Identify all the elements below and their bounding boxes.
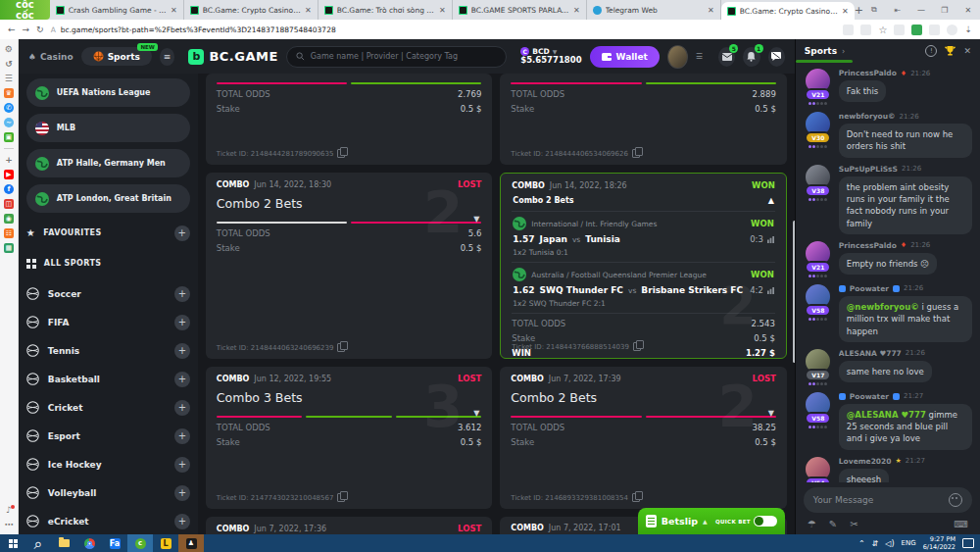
- add-sport-button[interactable]: +: [174, 400, 190, 416]
- account-menu-icon[interactable]: ☰: [696, 52, 703, 61]
- browser-tab[interactable]: Telegram Web✕: [587, 0, 721, 20]
- username[interactable]: PrincessPaldo: [839, 241, 897, 250]
- forward-button[interactable]: →: [23, 25, 30, 34]
- browser-tab[interactable]: BC.Game: Crypto Casino Gam✕: [184, 0, 318, 20]
- sidebar-item-all-sports[interactable]: ALL SPORTS: [26, 250, 190, 276]
- start-button[interactable]: [0, 534, 25, 552]
- history-icon[interactable]: ↺: [4, 59, 14, 69]
- username[interactable]: PrincessPaldo: [839, 69, 897, 77]
- bet-card[interactable]: COMBOJun 7, 2022, 17:39LOSTCombo 2 Bets2…: [500, 367, 787, 509]
- tab-close-icon[interactable]: ✕: [842, 7, 849, 16]
- tray-chevron-icon[interactable]: ⌃: [858, 539, 865, 548]
- bet-card[interactable]: COMBOJun 14, 2022, 18:30LOSTCombo 2 Bets…: [206, 173, 493, 359]
- scrollbar-thumb[interactable]: [793, 221, 795, 363]
- chevron-right-icon[interactable]: ›: [842, 47, 845, 56]
- back-button[interactable]: ←: [8, 25, 16, 34]
- emoji-icon[interactable]: [949, 493, 962, 507]
- file-explorer-icon[interactable]: [51, 534, 76, 552]
- add-sport-button[interactable]: +: [174, 457, 190, 473]
- action-center-icon[interactable]: [962, 538, 974, 548]
- stats-icon[interactable]: [767, 287, 774, 294]
- username[interactable]: Loveme2020: [839, 457, 892, 466]
- bell-strip-icon[interactable]: ♪: [4, 505, 14, 515]
- nav-casino[interactable]: ♠ Casino: [28, 52, 74, 62]
- browser-tab[interactable]: BC.Game: Trò chơi sòng bạc t✕: [318, 0, 453, 20]
- league-app-icon[interactable]: L: [153, 534, 178, 552]
- rain-icon[interactable]: ☂: [808, 519, 816, 529]
- reload-button[interactable]: ↻: [36, 25, 44, 34]
- bet-card[interactable]: COMBOJun 12, 2022, 19:55LOSTCombo 3 Bets…: [206, 367, 493, 509]
- taskbar-clock[interactable]: 9:27 PM 6/14/2022: [923, 535, 956, 551]
- wallet-button[interactable]: Wallet: [590, 46, 660, 68]
- settings-icon[interactable]: ⚙: [4, 44, 14, 54]
- trophy-icon[interactable]: [945, 46, 956, 56]
- username[interactable]: ALESANA ♥777: [839, 349, 902, 358]
- rules-icon[interactable]: ✎: [829, 519, 837, 529]
- search-input[interactable]: Game name | Provider | Category Tag: [286, 46, 507, 68]
- coccoc-brand[interactable]: cốc cốc: [0, 0, 50, 20]
- reading-list-icon[interactable]: ☰: [4, 74, 14, 83]
- extension-icon[interactable]: [929, 25, 940, 35]
- tab-close-icon[interactable]: ✕: [305, 6, 312, 15]
- expand-caret-icon[interactable]: ▼: [473, 215, 479, 224]
- message-bubble[interactable]: same here no love: [839, 361, 932, 382]
- send-icon[interactable]: ⇤: [887, 6, 908, 15]
- stats-icon[interactable]: [767, 236, 774, 243]
- gamepad-icon[interactable]: ▣: [4, 132, 14, 142]
- messenger-icon[interactable]: ✆: [4, 103, 14, 113]
- chat-toggle-button[interactable]: [768, 47, 785, 67]
- bet-card[interactable]: COMBOJun 14, 2022, 18:26WONCombo 2 Bets▲…: [500, 173, 787, 359]
- sidebar-item-tennis[interactable]: Tennis+: [26, 336, 190, 365]
- maximize-button[interactable]: ❐: [934, 6, 956, 15]
- balance-selector[interactable]: C BCD ▼ $5.65771800: [520, 47, 581, 65]
- bet-card[interactable]: COMBOJun 7, 2022, 17:36LOST: [206, 517, 493, 534]
- expand-caret-icon[interactable]: ▼: [768, 409, 774, 418]
- wave-app-icon[interactable]: ~: [4, 118, 14, 127]
- copy-icon[interactable]: [337, 493, 345, 502]
- username[interactable]: Poowater: [850, 284, 889, 293]
- message-bubble[interactable]: @ALESANA ♥777 gimme 25 seconds and blue …: [839, 404, 972, 450]
- active-app-icon[interactable]: ♟: [178, 534, 204, 552]
- bet-card[interactable]: TOTAL ODDS2.889Stake0.5 $Ticket ID: 2148…: [500, 74, 787, 165]
- network-icon[interactable]: ⇵: [872, 539, 879, 548]
- add-sport-button[interactable]: +: [174, 286, 190, 302]
- sidebar-item-fifa[interactable]: FIFA+: [26, 308, 190, 336]
- sidebar-item-ice-hockey[interactable]: Ice Hockey+: [26, 450, 190, 478]
- browser-tab[interactable]: BC.Game: Crypto Casino Gan✕: [721, 2, 855, 20]
- browser-tab[interactable]: BC.GAME SPORTS PARLAYS✕: [453, 0, 587, 20]
- username[interactable]: Poowater: [850, 392, 889, 401]
- site-security-icon[interactable]: A: [51, 25, 56, 34]
- add-sport-button[interactable]: +: [174, 485, 190, 501]
- add-sport-button[interactable]: +: [174, 343, 190, 359]
- notifications-button[interactable]: 1: [743, 47, 760, 67]
- add-sport-button[interactable]: +: [174, 514, 190, 529]
- inbox-button[interactable]: 5: [718, 47, 735, 67]
- sidebar-item-esport[interactable]: Esport+: [26, 422, 190, 450]
- keyboard-icon[interactable]: ⌨: [955, 519, 968, 529]
- tab-close-icon[interactable]: ✕: [439, 6, 446, 15]
- menu-toggle-button[interactable]: ≡: [160, 48, 175, 66]
- copy-icon[interactable]: [633, 342, 641, 351]
- attach-icon[interactable]: ✂: [850, 519, 858, 529]
- close-panel-icon[interactable]: ✕: [963, 46, 971, 56]
- message-bubble[interactable]: sheeesh: [839, 469, 889, 482]
- chrome-icon[interactable]: [76, 534, 102, 552]
- nav-sports[interactable]: Sports NEW: [81, 47, 152, 66]
- facebook-icon[interactable]: f: [4, 184, 14, 194]
- username[interactable]: newbforyou©: [839, 112, 896, 121]
- hat-app-icon[interactable]: ◉: [4, 214, 14, 224]
- cart-icon[interactable]: ☷: [4, 228, 14, 238]
- screenshot-icon[interactable]: ⧉: [863, 5, 885, 15]
- bookmark-star-icon[interactable]: ☆: [878, 25, 887, 35]
- extension-icon[interactable]: [860, 25, 871, 35]
- youtube-icon[interactable]: ▶: [4, 170, 14, 179]
- extension-icon[interactable]: [894, 25, 905, 35]
- minimize-button[interactable]: —: [910, 6, 932, 15]
- address-bar[interactable]: A bc.game/sports?bt-path=%2Fbets%3Fevent…: [51, 23, 837, 36]
- username[interactable]: SuPsUpPLiSsS: [839, 165, 898, 174]
- sidebar-league-item[interactable]: ATP London, Great Britain: [26, 184, 190, 213]
- copy-icon[interactable]: [632, 493, 640, 502]
- sidebar-league-item[interactable]: UEFA Nations League: [26, 78, 190, 107]
- expand-caret-icon[interactable]: ▼: [473, 409, 479, 418]
- language-indicator[interactable]: ENG: [902, 539, 916, 547]
